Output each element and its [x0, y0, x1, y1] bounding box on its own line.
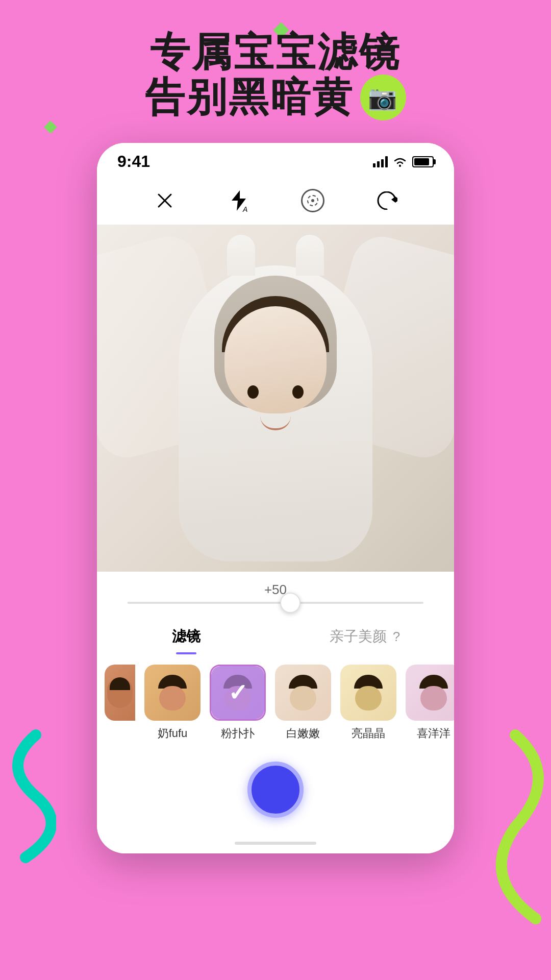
filter-intensity-slider-area: +50 [97, 572, 454, 617]
status-bar: 9:41 [97, 143, 454, 176]
wifi-icon [393, 156, 407, 167]
status-icons [373, 156, 434, 167]
live-photo-button[interactable] [298, 186, 327, 214]
tab-beauty[interactable]: 亲子美颜 ? [276, 627, 454, 654]
tab-filter[interactable]: 滤镜 [97, 627, 276, 654]
filter-item-xiyang[interactable]: 喜洋洋 [406, 665, 454, 741]
header-line2-text: 告别黑暗黄 [145, 76, 354, 119]
camera-viewfinder: Minerva [97, 225, 454, 572]
bunny-ear-right [296, 235, 324, 276]
child-eye-right [292, 385, 304, 399]
svg-point-0 [399, 165, 401, 167]
diamond-decoration-left [44, 120, 57, 133]
squiggle-left [0, 725, 56, 868]
header-promo-text: 专属宝宝滤镜 告别黑暗黄 📷 [0, 31, 551, 120]
close-button[interactable] [151, 186, 179, 214]
close-icon [156, 191, 174, 210]
child-eye-left [247, 385, 259, 399]
camera-badge-icon: 📷 [360, 75, 406, 120]
home-bar [235, 842, 316, 845]
filter-strip: 奶fufu ✓ 粉扑扑 [97, 654, 454, 751]
flip-camera-button[interactable] [372, 186, 400, 214]
status-time: 9:41 [117, 152, 150, 171]
slider-thumb[interactable] [280, 593, 300, 613]
child-face [224, 306, 327, 413]
filter-item-naifu[interactable]: 奶fufu [144, 665, 201, 741]
battery-icon [412, 156, 434, 167]
selected-checkmark: ✓ [211, 666, 264, 719]
bunny-ear-left [227, 235, 255, 276]
capture-button[interactable] [247, 762, 304, 818]
live-photo-icon [301, 189, 324, 212]
header-line1: 专属宝宝滤镜 [0, 31, 551, 75]
phone-mockup: 9:41 [97, 143, 454, 853]
squiggle-right [495, 725, 551, 929]
filter-label-xiyang: 喜洋洋 [417, 726, 450, 741]
filter-label-naifu: 奶fufu [158, 726, 188, 741]
filter-label-bainennao: 白嫩嫩 [286, 726, 320, 741]
signal-icon [373, 156, 388, 167]
filter-item-bainennao[interactable]: 白嫩嫩 [275, 665, 331, 741]
svg-marker-5 [391, 197, 397, 203]
slider-fill [128, 602, 290, 604]
filter-item-partial[interactable] [105, 665, 135, 741]
flash-button[interactable]: A [224, 186, 253, 214]
child-scene: Minerva [97, 225, 454, 572]
filter-item-fenpupu[interactable]: ✓ 粉扑扑 [210, 665, 266, 741]
filter-label-fenpupu: 粉扑扑 [221, 726, 255, 741]
flip-camera-icon [376, 191, 397, 210]
child-figure: Minerva [168, 265, 383, 572]
filter-tabs: 滤镜 亲子美颜 ? [97, 617, 454, 654]
capture-button-area [97, 751, 454, 838]
slider-value-label: +50 [117, 582, 434, 598]
slider-track[interactable] [128, 602, 423, 604]
flash-icon: A [230, 189, 248, 212]
filter-label-liangjj: 亮晶晶 [352, 726, 385, 741]
svg-text:A: A [242, 205, 247, 212]
filter-item-liangjj[interactable]: 亮晶晶 [340, 665, 396, 741]
home-indicator [97, 838, 454, 853]
camera-toolbar: A [97, 176, 454, 225]
